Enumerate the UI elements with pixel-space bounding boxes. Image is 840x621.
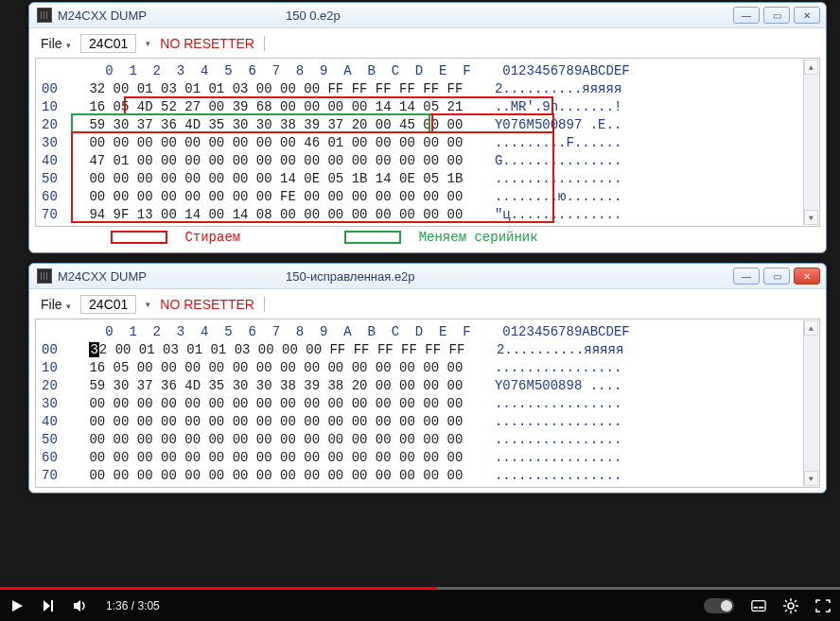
app-icon [37, 8, 52, 23]
time-display: 1:36 / 3:05 [106, 599, 160, 612]
hex-row[interactable]: 30 00 00 00 00 00 00 00 00 00 46 01 00 0… [42, 134, 814, 152]
menu-file[interactable]: File ▾ [41, 36, 73, 51]
svg-line-15 [785, 610, 787, 612]
hex-row[interactable]: 10 16 05 4D 52 27 00 39 68 00 00 00 00 1… [42, 98, 814, 116]
chevron-down-icon: ▾ [144, 300, 152, 309]
subtitles-button[interactable] [751, 598, 766, 613]
legend-serial-label: Меняем серийник [419, 230, 538, 245]
hex-row[interactable]: 40 47 01 00 00 00 00 00 00 00 00 00 00 0… [42, 152, 814, 170]
legend: Стираем Меняем серийник [35, 228, 820, 249]
svg-marker-1 [44, 600, 50, 612]
chevron-down-icon: ▾ [62, 302, 74, 311]
hex-row[interactable]: 50 00 00 00 00 00 00 00 00 14 0E 05 1B 1… [42, 170, 814, 188]
svg-line-13 [795, 610, 796, 612]
menu-file[interactable]: File ▾ [41, 297, 73, 312]
scroll-up-icon[interactable]: ▲ [804, 320, 818, 336]
scroll-down-icon[interactable]: ▼ [804, 210, 818, 225]
menubar: File ▾ 24C01 ▾ NO RESETTER [35, 291, 820, 318]
maximize-button[interactable]: ▭ [763, 7, 790, 24]
svg-rect-2 [51, 600, 53, 612]
chip-select[interactable]: 24C01 [80, 34, 136, 53]
volume-button[interactable] [74, 598, 89, 613]
progress-fill [0, 587, 437, 590]
hex-pane[interactable]: 0 1 2 3 4 5 6 7 8 9 A B C D E F 01234567… [35, 58, 820, 227]
app-icon [37, 268, 52, 284]
svg-rect-5 [754, 606, 758, 608]
maximize-button[interactable]: ▭ [763, 267, 790, 285]
svg-point-7 [788, 603, 794, 609]
scroll-down-icon[interactable]: ▼ [804, 471, 818, 486]
window-title: M24CXX DUMP 150-исправленная.e2p [58, 269, 415, 284]
menubar: File ▾ 24C01 ▾ NO RESETTER [35, 30, 820, 57]
play-button[interactable] [9, 598, 25, 613]
hex-pane[interactable]: 0 1 2 3 4 5 6 7 8 9 A B C D E F 01234567… [35, 319, 820, 488]
scroll-up-icon[interactable]: ▲ [804, 60, 818, 75]
svg-marker-0 [12, 600, 23, 612]
chevron-down-icon: ▾ [144, 39, 152, 48]
titlebar[interactable]: M24CXX DUMP 150 0.e2p — ▭ ✕ [29, 3, 826, 28]
hex-row[interactable]: 60 00 00 00 00 00 00 00 00 FE 00 00 00 0… [42, 188, 814, 206]
hex-row[interactable]: 30 00 00 00 00 00 00 00 00 00 00 00 00 0… [42, 395, 814, 413]
hex-row[interactable]: 20 59 30 37 36 4D 35 30 30 38 39 37 20 0… [42, 116, 814, 134]
progress-track[interactable] [0, 587, 840, 590]
minimize-button[interactable]: — [733, 267, 760, 285]
legend-swatch-red [111, 231, 167, 244]
hex-col-header: 0 1 2 3 4 5 6 7 8 9 A B C D E F 01234567… [42, 323, 814, 341]
hex-row[interactable]: 00 32 00 01 03 01 01 03 00 00 00 FF FF F… [42, 80, 814, 98]
resetter-status: NO RESETTER [160, 297, 265, 312]
svg-line-14 [795, 600, 796, 602]
autoplay-toggle[interactable] [704, 598, 734, 613]
legend-swatch-green [344, 231, 401, 244]
hex-row[interactable]: 10 16 05 00 00 00 00 00 00 00 00 00 00 0… [42, 359, 814, 377]
dump-window-top: M24CXX DUMP 150 0.e2p — ▭ ✕ File ▾ 24C01… [28, 2, 827, 253]
hex-row[interactable]: 00 32 00 01 03 01 01 03 00 00 00 FF FF F… [42, 341, 814, 359]
svg-marker-3 [74, 600, 80, 612]
close-button[interactable]: ✕ [794, 267, 820, 285]
hex-row[interactable]: 70 94 9F 13 00 14 00 14 08 00 00 00 00 0… [42, 206, 814, 224]
legend-erase-label: Стираем [184, 230, 240, 245]
fullscreen-button[interactable] [815, 598, 831, 613]
close-button[interactable]: ✕ [794, 7, 820, 24]
dump-window-bottom: M24CXX DUMP 150-исправленная.e2p — ▭ ✕ F… [28, 263, 827, 493]
hex-row[interactable]: 20 59 30 37 36 4D 35 30 30 38 39 38 20 0… [42, 377, 814, 395]
vertical-scrollbar[interactable]: ▲ ▼ [803, 320, 818, 486]
hex-row[interactable]: 60 00 00 00 00 00 00 00 00 00 00 00 00 0… [42, 449, 814, 467]
hex-col-header: 0 1 2 3 4 5 6 7 8 9 A B C D E F 01234567… [42, 62, 814, 80]
svg-line-12 [785, 600, 787, 602]
hex-row[interactable]: 40 00 00 00 00 00 00 00 00 00 00 00 00 0… [42, 413, 814, 431]
hex-row[interactable]: 50 00 00 00 00 00 00 00 00 00 00 00 00 0… [42, 431, 814, 449]
settings-button[interactable] [783, 598, 798, 613]
chip-select[interactable]: 24C01 [80, 295, 136, 314]
video-player-bar: 1:36 / 3:05 [0, 590, 840, 621]
resetter-status: NO RESETTER [160, 36, 265, 51]
next-button[interactable] [42, 598, 57, 613]
chevron-down-icon: ▾ [62, 41, 74, 50]
minimize-button[interactable]: — [733, 7, 760, 24]
vertical-scrollbar[interactable]: ▲ ▼ [803, 60, 818, 225]
svg-rect-4 [752, 600, 765, 611]
svg-rect-6 [759, 606, 763, 608]
window-title: M24CXX DUMP 150 0.e2p [58, 9, 341, 23]
hex-row[interactable]: 70 00 00 00 00 00 00 00 00 00 00 00 00 0… [42, 467, 814, 485]
titlebar[interactable]: M24CXX DUMP 150-исправленная.e2p — ▭ ✕ [29, 264, 826, 289]
